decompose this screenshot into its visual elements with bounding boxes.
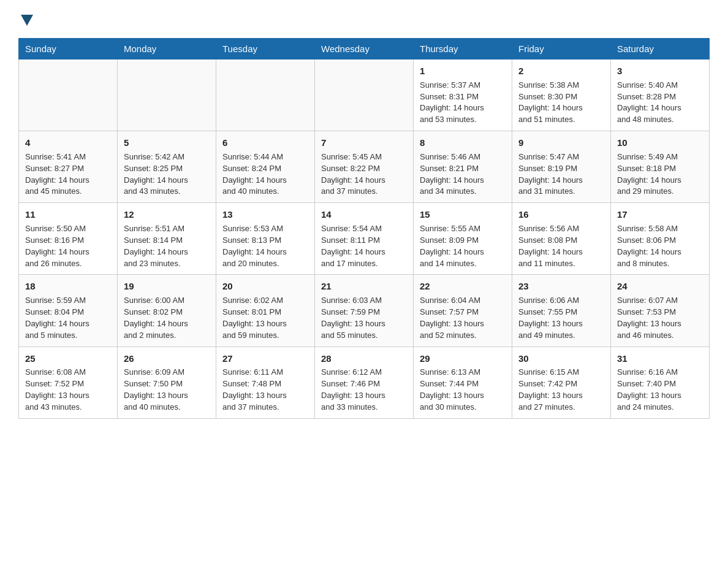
calendar-cell: 2Sunrise: 5:38 AM Sunset: 8:30 PM Daylig… — [512, 59, 611, 131]
logo — [18, 12, 33, 26]
calendar-cell — [315, 59, 414, 131]
day-sun-info: Sunrise: 5:51 AM Sunset: 8:14 PM Dayligh… — [124, 223, 210, 269]
calendar-week-row: 4Sunrise: 5:41 AM Sunset: 8:27 PM Daylig… — [19, 131, 710, 203]
calendar-week-row: 1Sunrise: 5:37 AM Sunset: 8:31 PM Daylig… — [19, 59, 710, 131]
day-number: 17 — [617, 208, 703, 221]
day-number: 2 — [518, 64, 604, 78]
day-sun-info: Sunrise: 6:04 AM Sunset: 7:57 PM Dayligh… — [420, 295, 506, 341]
calendar-cell: 24Sunrise: 6:07 AM Sunset: 7:53 PM Dayli… — [611, 275, 710, 347]
day-number: 31 — [617, 352, 703, 366]
weekday-header-wednesday: Wednesday — [315, 39, 414, 59]
day-sun-info: Sunrise: 5:53 AM Sunset: 8:13 PM Dayligh… — [222, 223, 308, 269]
day-sun-info: Sunrise: 6:15 AM Sunset: 7:42 PM Dayligh… — [518, 367, 604, 413]
calendar-cell: 25Sunrise: 6:08 AM Sunset: 7:52 PM Dayli… — [19, 347, 118, 418]
day-sun-info: Sunrise: 5:54 AM Sunset: 8:11 PM Dayligh… — [321, 223, 407, 269]
calendar-cell: 30Sunrise: 6:15 AM Sunset: 7:42 PM Dayli… — [512, 347, 611, 418]
weekday-header-monday: Monday — [118, 39, 216, 59]
calendar-cell: 4Sunrise: 5:41 AM Sunset: 8:27 PM Daylig… — [19, 131, 118, 203]
calendar-cell: 21Sunrise: 6:03 AM Sunset: 7:59 PM Dayli… — [315, 275, 414, 347]
calendar-week-row: 18Sunrise: 5:59 AM Sunset: 8:04 PM Dayli… — [19, 275, 710, 347]
calendar-cell: 29Sunrise: 6:13 AM Sunset: 7:44 PM Dayli… — [414, 347, 512, 418]
calendar-cell: 28Sunrise: 6:12 AM Sunset: 7:46 PM Dayli… — [315, 347, 414, 418]
calendar-cell: 27Sunrise: 6:11 AM Sunset: 7:48 PM Dayli… — [216, 347, 315, 418]
day-number: 11 — [25, 208, 111, 221]
day-number: 30 — [518, 352, 604, 366]
day-sun-info: Sunrise: 6:06 AM Sunset: 7:55 PM Dayligh… — [518, 295, 604, 341]
calendar-week-row: 25Sunrise: 6:08 AM Sunset: 7:52 PM Dayli… — [19, 347, 710, 418]
day-sun-info: Sunrise: 5:44 AM Sunset: 8:24 PM Dayligh… — [222, 151, 308, 197]
day-number: 6 — [222, 136, 308, 150]
calendar-cell — [118, 59, 216, 131]
calendar-cell — [216, 59, 315, 131]
day-number: 10 — [617, 136, 703, 150]
day-number: 16 — [518, 208, 604, 221]
calendar-cell: 22Sunrise: 6:04 AM Sunset: 7:57 PM Dayli… — [414, 275, 512, 347]
day-number: 8 — [420, 136, 506, 150]
day-number: 24 — [617, 280, 703, 293]
day-number: 29 — [420, 352, 506, 366]
calendar-cell: 5Sunrise: 5:42 AM Sunset: 8:25 PM Daylig… — [118, 131, 216, 203]
day-sun-info: Sunrise: 6:08 AM Sunset: 7:52 PM Dayligh… — [25, 367, 111, 413]
day-sun-info: Sunrise: 5:46 AM Sunset: 8:21 PM Dayligh… — [420, 151, 506, 197]
day-sun-info: Sunrise: 6:07 AM Sunset: 7:53 PM Dayligh… — [617, 295, 703, 341]
calendar-week-row: 11Sunrise: 5:50 AM Sunset: 8:16 PM Dayli… — [19, 203, 710, 275]
day-sun-info: Sunrise: 5:40 AM Sunset: 8:28 PM Dayligh… — [617, 80, 703, 126]
day-number: 22 — [420, 280, 506, 293]
day-number: 3 — [617, 64, 703, 78]
calendar-cell: 23Sunrise: 6:06 AM Sunset: 7:55 PM Dayli… — [512, 275, 611, 347]
day-number: 1 — [420, 64, 506, 78]
calendar-cell: 17Sunrise: 5:58 AM Sunset: 8:06 PM Dayli… — [611, 203, 710, 275]
calendar-cell: 7Sunrise: 5:45 AM Sunset: 8:22 PM Daylig… — [315, 131, 414, 203]
calendar-cell: 20Sunrise: 6:02 AM Sunset: 8:01 PM Dayli… — [216, 275, 315, 347]
calendar-cell: 6Sunrise: 5:44 AM Sunset: 8:24 PM Daylig… — [216, 131, 315, 203]
day-sun-info: Sunrise: 6:13 AM Sunset: 7:44 PM Dayligh… — [420, 367, 506, 413]
day-number: 20 — [222, 280, 308, 293]
calendar-cell: 14Sunrise: 5:54 AM Sunset: 8:11 PM Dayli… — [315, 203, 414, 275]
day-sun-info: Sunrise: 5:49 AM Sunset: 8:18 PM Dayligh… — [617, 151, 703, 197]
calendar-cell: 11Sunrise: 5:50 AM Sunset: 8:16 PM Dayli… — [19, 203, 118, 275]
day-number: 21 — [321, 280, 407, 293]
calendar-cell: 3Sunrise: 5:40 AM Sunset: 8:28 PM Daylig… — [611, 59, 710, 131]
day-sun-info: Sunrise: 5:59 AM Sunset: 8:04 PM Dayligh… — [25, 295, 111, 341]
day-number: 5 — [124, 136, 210, 150]
day-number: 18 — [25, 280, 111, 293]
day-sun-info: Sunrise: 6:16 AM Sunset: 7:40 PM Dayligh… — [617, 367, 703, 413]
logo-triangle-icon — [21, 15, 33, 26]
calendar-cell — [19, 59, 118, 131]
day-sun-info: Sunrise: 6:09 AM Sunset: 7:50 PM Dayligh… — [124, 367, 210, 413]
weekday-header-friday: Friday — [512, 39, 611, 59]
day-sun-info: Sunrise: 6:03 AM Sunset: 7:59 PM Dayligh… — [321, 295, 407, 341]
day-number: 23 — [518, 280, 604, 293]
weekday-header-sunday: Sunday — [19, 39, 118, 59]
day-number: 26 — [124, 352, 210, 366]
day-sun-info: Sunrise: 5:55 AM Sunset: 8:09 PM Dayligh… — [420, 223, 506, 269]
day-number: 25 — [25, 352, 111, 366]
day-number: 13 — [222, 208, 308, 221]
page-header — [18, 12, 710, 26]
day-sun-info: Sunrise: 5:45 AM Sunset: 8:22 PM Dayligh… — [321, 151, 407, 197]
day-sun-info: Sunrise: 5:47 AM Sunset: 8:19 PM Dayligh… — [518, 151, 604, 197]
day-number: 28 — [321, 352, 407, 366]
calendar-cell: 12Sunrise: 5:51 AM Sunset: 8:14 PM Dayli… — [118, 203, 216, 275]
day-number: 9 — [518, 136, 604, 150]
day-sun-info: Sunrise: 5:37 AM Sunset: 8:31 PM Dayligh… — [420, 80, 506, 126]
day-sun-info: Sunrise: 6:00 AM Sunset: 8:02 PM Dayligh… — [124, 295, 210, 341]
calendar-cell: 26Sunrise: 6:09 AM Sunset: 7:50 PM Dayli… — [118, 347, 216, 418]
calendar-cell: 16Sunrise: 5:56 AM Sunset: 8:08 PM Dayli… — [512, 203, 611, 275]
day-sun-info: Sunrise: 5:42 AM Sunset: 8:25 PM Dayligh… — [124, 151, 210, 197]
day-number: 4 — [25, 136, 111, 150]
calendar-cell: 13Sunrise: 5:53 AM Sunset: 8:13 PM Dayli… — [216, 203, 315, 275]
day-sun-info: Sunrise: 6:12 AM Sunset: 7:46 PM Dayligh… — [321, 367, 407, 413]
day-number: 27 — [222, 352, 308, 366]
day-sun-info: Sunrise: 5:50 AM Sunset: 8:16 PM Dayligh… — [25, 223, 111, 269]
day-number: 14 — [321, 208, 407, 221]
weekday-header-tuesday: Tuesday — [216, 39, 315, 59]
calendar-cell: 10Sunrise: 5:49 AM Sunset: 8:18 PM Dayli… — [611, 131, 710, 203]
calendar-cell: 19Sunrise: 6:00 AM Sunset: 8:02 PM Dayli… — [118, 275, 216, 347]
weekday-header-row: SundayMondayTuesdayWednesdayThursdayFrid… — [19, 39, 710, 59]
day-number: 7 — [321, 136, 407, 150]
day-sun-info: Sunrise: 5:58 AM Sunset: 8:06 PM Dayligh… — [617, 223, 703, 269]
calendar-cell: 18Sunrise: 5:59 AM Sunset: 8:04 PM Dayli… — [19, 275, 118, 347]
weekday-header-thursday: Thursday — [414, 39, 512, 59]
day-sun-info: Sunrise: 5:38 AM Sunset: 8:30 PM Dayligh… — [518, 80, 604, 126]
